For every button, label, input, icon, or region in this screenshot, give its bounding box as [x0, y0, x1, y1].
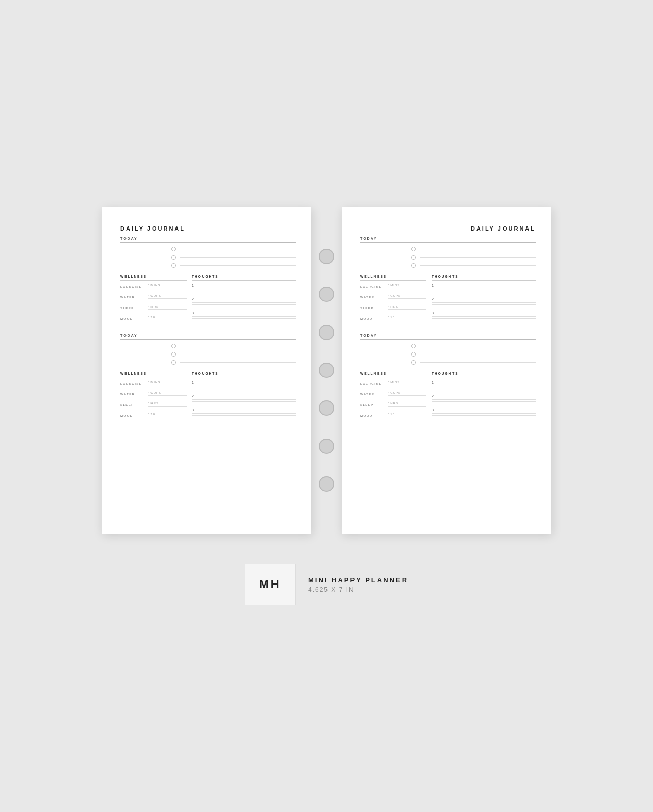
- wellness-name: WATER: [360, 296, 386, 299]
- wellness-name: MOOD: [360, 317, 386, 320]
- brand-logo-text: MH: [259, 578, 281, 591]
- thoughts-line: [192, 399, 296, 400]
- checkbox-line: [180, 265, 296, 266]
- checkbox-circle: [171, 344, 176, 348]
- checkbox-line: [420, 362, 536, 363]
- thoughts-line2: [192, 318, 296, 319]
- thoughts-item: 1: [192, 380, 296, 388]
- checkbox-row: [411, 255, 536, 260]
- right-wellness-col-2: WELLNESS EXERCISE / MINS WATER / CUPS SL…: [360, 372, 426, 423]
- thoughts-num: 1: [192, 284, 296, 287]
- wellness-row: SLEEP / HRS: [360, 305, 426, 310]
- thoughts-line: [432, 386, 536, 386]
- left-section-2: TODAY WELLNESS: [120, 334, 296, 423]
- checkbox-row: [411, 360, 536, 365]
- left-thoughts-col-2: THOUGHTS 1 2 3: [192, 372, 296, 423]
- thoughts-line: [192, 316, 296, 317]
- checkbox-line: [420, 257, 536, 258]
- thoughts-item: 1: [432, 284, 536, 291]
- checkbox-line: [420, 354, 536, 354]
- right-wellness-label-2: WELLNESS: [360, 372, 426, 377]
- checkbox-row: [171, 247, 296, 251]
- thoughts-num: 1: [432, 284, 536, 287]
- checkbox-row: [171, 263, 296, 268]
- right-section-2: TODAY WELLNESS: [360, 334, 536, 423]
- thoughts-line2: [432, 401, 536, 402]
- thoughts-line2: [192, 304, 296, 305]
- checkbox-circle: [171, 255, 176, 260]
- wellness-row: SLEEP / HRS: [120, 305, 187, 310]
- checkbox-row: [171, 255, 296, 260]
- checkbox-row: [411, 247, 536, 251]
- checkbox-line: [180, 249, 296, 249]
- rings: [311, 207, 342, 534]
- wellness-row: WATER / CUPS: [120, 294, 187, 299]
- left-today-label-1: TODAY: [120, 237, 296, 240]
- thoughts-line: [192, 302, 296, 303]
- wellness-unit: / MINS: [388, 284, 426, 288]
- wellness-name: WATER: [120, 393, 146, 396]
- wellness-name: MOOD: [120, 414, 146, 417]
- right-today-label-2: TODAY: [360, 334, 536, 337]
- wellness-row: EXERCISE / MINS: [120, 284, 187, 288]
- thoughts-item: 2: [192, 394, 296, 402]
- brand-info: MINI HAPPY PLANNER 4.625 X 7 IN: [296, 576, 408, 593]
- thoughts-item: 1: [432, 380, 536, 388]
- right-wellness-label-1: WELLNESS: [360, 275, 426, 281]
- left-today-line-2: [120, 339, 296, 340]
- right-journal-title: DAILY JOURNAL: [360, 225, 536, 232]
- thoughts-num: 3: [432, 311, 536, 315]
- wellness-row: MOOD / 10: [120, 316, 187, 320]
- wellness-name: WATER: [360, 393, 386, 396]
- wellness-name: SLEEP: [360, 307, 386, 310]
- checkbox-circle: [411, 247, 416, 251]
- thoughts-line: [432, 399, 536, 400]
- wellness-row: SLEEP / HRS: [120, 402, 187, 407]
- wellness-row: MOOD / 10: [360, 413, 426, 417]
- thoughts-num: 1: [192, 380, 296, 384]
- thoughts-line: [432, 316, 536, 317]
- thoughts-num: 2: [432, 394, 536, 398]
- wellness-unit: / 10: [148, 413, 187, 417]
- wellness-unit: / CUPS: [148, 294, 187, 299]
- thoughts-item: 3: [432, 311, 536, 319]
- ring: [319, 325, 334, 340]
- wellness-unit: / CUPS: [148, 391, 187, 396]
- left-thoughts-col-1: THOUGHTS 1 2 3: [192, 275, 296, 326]
- checkbox-line: [420, 265, 536, 266]
- pages-container: DAILY JOURNAL TODAY: [102, 207, 551, 534]
- wellness-row: SLEEP / HRS: [360, 402, 426, 407]
- thoughts-item: 1: [192, 284, 296, 291]
- thoughts-line2: [432, 415, 536, 416]
- ring: [319, 476, 334, 492]
- wellness-unit: / CUPS: [388, 294, 426, 299]
- brand-logo: MH: [245, 564, 296, 605]
- thoughts-line2: [432, 388, 536, 388]
- left-wellness-col-2: WELLNESS EXERCISE / MINS WATER / CUPS SL…: [120, 372, 187, 423]
- left-today-label-2: TODAY: [120, 334, 296, 337]
- thoughts-line: [432, 302, 536, 303]
- wellness-name: WATER: [120, 296, 146, 299]
- thoughts-line2: [192, 291, 296, 291]
- left-wellness-label-2: WELLNESS: [120, 372, 187, 377]
- thoughts-num: 3: [432, 408, 536, 412]
- wellness-unit: / MINS: [148, 284, 187, 288]
- right-thoughts-label-1: THOUGHTS: [432, 275, 536, 281]
- ring: [319, 287, 334, 302]
- wellness-name: MOOD: [360, 414, 386, 417]
- wellness-unit: / CUPS: [388, 391, 426, 396]
- wellness-row: MOOD / 10: [360, 316, 426, 320]
- wellness-name: SLEEP: [120, 307, 146, 310]
- brand-name: MINI HAPPY PLANNER: [308, 576, 408, 584]
- wellness-name: MOOD: [120, 317, 146, 320]
- left-wellness-thoughts-2: WELLNESS EXERCISE / MINS WATER / CUPS SL…: [120, 372, 296, 423]
- wellness-unit: / 10: [388, 413, 426, 417]
- checkbox-circle: [411, 360, 416, 365]
- thoughts-line: [192, 386, 296, 386]
- left-wellness-col-1: WELLNESS EXERCISE / MINS WATER / CUPS SL…: [120, 275, 187, 326]
- checkbox-circle: [411, 344, 416, 348]
- wellness-row: WATER / CUPS: [360, 294, 426, 299]
- right-today-line-1: [360, 242, 536, 243]
- wellness-unit: / HRS: [388, 305, 426, 310]
- checkbox-circle: [411, 352, 416, 357]
